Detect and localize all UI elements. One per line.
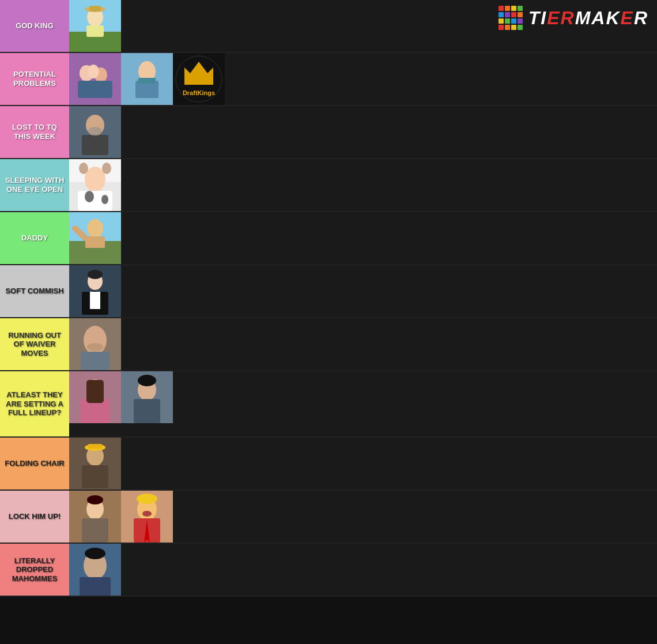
logo-cell — [499, 12, 504, 17]
avatar — [69, 544, 121, 596]
tier-items-sleeping — [69, 159, 657, 211]
tier-list: GOD KING — [0, 0, 657, 597]
tier-items-daddy — [69, 212, 657, 264]
list-item — [69, 53, 121, 105]
avatar: DraftKings — [173, 53, 225, 105]
svg-rect-43 — [90, 292, 100, 309]
logo-grid — [499, 6, 523, 30]
avatar — [69, 0, 121, 52]
logo-cell — [518, 6, 523, 11]
logo-cell — [499, 18, 504, 24]
logo-text: TiERMAKER — [528, 7, 648, 29]
avatar — [69, 318, 121, 370]
list-item: DraftKings — [173, 53, 225, 105]
svg-point-44 — [88, 270, 103, 279]
tier-label-lost-to-tq: LOST TO TQ THIS WEEK — [0, 106, 69, 158]
list-item — [121, 371, 173, 423]
tier-items-lost-to-tq — [69, 106, 657, 158]
tier-label-potential-problems: POTENTIAL PROBLEMS — [0, 53, 69, 105]
svg-point-28 — [79, 163, 88, 174]
logo-cell — [511, 25, 516, 30]
logo-cell — [511, 12, 516, 17]
tier-row-sleeping: SLEEPING WITH ONE EYE OPEN — [0, 159, 657, 212]
logo-cell — [505, 25, 510, 30]
list-item — [69, 106, 121, 158]
svg-point-36 — [87, 219, 103, 238]
list-item — [69, 159, 121, 211]
tier-row-literally-dropped: LITERALLY DROPPED MAHOMMES — [0, 544, 657, 597]
list-item — [69, 212, 121, 264]
svg-point-56 — [138, 375, 156, 386]
tier-label-literally-dropped: LITERALLY DROPPED MAHOMMES — [0, 544, 69, 596]
logo-cell — [511, 18, 516, 24]
avatar — [69, 491, 121, 543]
list-item — [69, 265, 121, 317]
svg-point-32 — [101, 195, 108, 204]
svg-rect-5 — [89, 6, 101, 12]
svg-rect-61 — [82, 465, 108, 488]
svg-point-65 — [87, 495, 103, 504]
list-item — [69, 438, 121, 489]
avatar — [69, 53, 121, 105]
avatar — [121, 371, 173, 423]
logo-cell — [505, 12, 510, 17]
svg-rect-6 — [86, 25, 104, 37]
tier-label-folding-chair: FOLDING CHAIR — [0, 438, 69, 489]
list-item — [121, 53, 173, 105]
tier-row-lock-him-up: LOCK HIM UP! — [0, 491, 657, 544]
tier-label-soft-commish: SOFT COMMISH — [0, 265, 69, 317]
tier-label-sleeping: SLEEPING WITH ONE EYE OPEN — [0, 159, 69, 211]
svg-rect-55 — [134, 399, 160, 423]
svg-rect-23 — [82, 135, 108, 155]
tier-label-running-out: RUNNING OUT OF WAIVER MOVES — [0, 318, 69, 370]
tier-items-lock-him-up — [69, 491, 657, 543]
tier-items-literally-dropped — [69, 544, 657, 596]
avatar — [69, 265, 121, 317]
svg-point-75 — [85, 548, 105, 559]
page-wrapper: TiERMAKER GOD KING — [0, 0, 657, 597]
logo-cell — [499, 6, 504, 11]
avatar — [69, 106, 121, 158]
svg-point-10 — [88, 65, 99, 78]
svg-rect-52 — [86, 380, 104, 403]
tier-items-soft-commish — [69, 265, 657, 317]
tier-label-god-king: GOD KING — [0, 0, 69, 52]
avatar — [121, 53, 173, 105]
tier-items-folding-chair — [69, 438, 657, 489]
svg-point-31 — [85, 191, 94, 202]
logo-cell — [511, 6, 516, 11]
svg-rect-37 — [85, 236, 105, 248]
tier-label-atleast: ATLEAST THEY ARE SETTING A FULL LINEUP? — [0, 371, 69, 436]
tier-items-atleast — [69, 371, 657, 436]
list-item — [121, 491, 173, 543]
list-item — [69, 318, 121, 370]
tier-label-lock-him-up: LOCK HIM UP! — [0, 491, 69, 543]
tier-row-soft-commish: SOFT COMMISH — [0, 265, 657, 318]
tier-row-lost-to-tq: LOST TO TQ THIS WEEK — [0, 106, 657, 159]
svg-rect-16 — [138, 78, 156, 84]
logo-cell — [505, 18, 510, 24]
avatar — [69, 159, 121, 211]
tier-row-potential-problems: POTENTIAL PROBLEMS — [0, 53, 657, 106]
avatar — [121, 491, 173, 543]
tier-label-daddy: DADDY — [0, 212, 69, 264]
tier-row-daddy: DADDY — [0, 212, 657, 265]
svg-point-24 — [88, 127, 102, 136]
tier-row-running-out: RUNNING OUT OF WAIVER MOVES — [0, 318, 657, 371]
list-item — [69, 491, 121, 543]
tier-row-folding-chair: FOLDING CHAIR — [0, 438, 657, 491]
tiermaker-logo: TiERMAKER — [499, 6, 648, 30]
tier-row-atleast: ATLEAST THEY ARE SETTING A FULL LINEUP? — [0, 371, 657, 438]
svg-rect-11 — [78, 81, 112, 98]
svg-point-70 — [137, 494, 157, 504]
list-item — [69, 544, 121, 596]
svg-point-71 — [142, 511, 152, 517]
tier-items-running-out — [69, 318, 657, 370]
logo-cell — [518, 12, 523, 17]
svg-rect-64 — [82, 518, 108, 543]
tier-items-potential-problems: DraftKings — [69, 53, 657, 105]
logo-cell — [505, 6, 510, 11]
list-item — [69, 371, 121, 423]
svg-rect-60 — [88, 444, 102, 449]
logo-cell — [499, 25, 504, 30]
